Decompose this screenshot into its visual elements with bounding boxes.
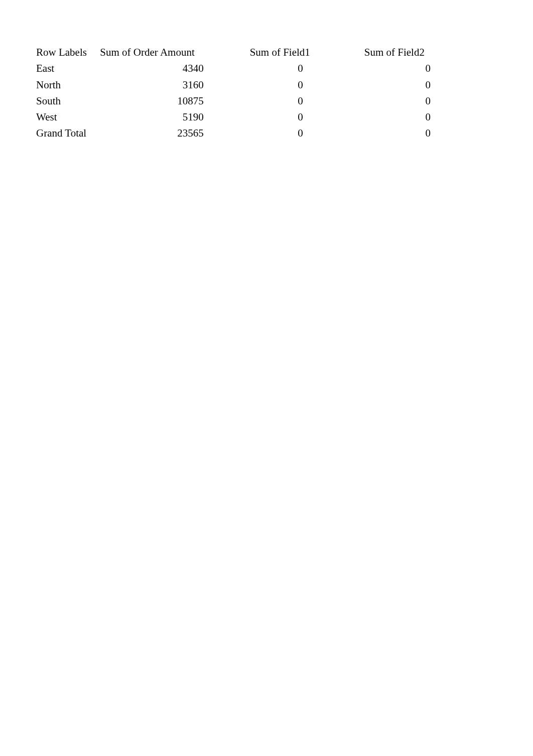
pivot-table: Row Labels Sum of Order Amount Sum of Fi…	[36, 44, 433, 142]
row-label: Grand Total	[36, 125, 100, 141]
cell-field2: 0	[358, 60, 433, 76]
cell-field2: 0	[358, 125, 433, 141]
cell-field2: 0	[358, 77, 433, 93]
cell-field1: 0	[244, 93, 358, 109]
table-row-grand-total: Grand Total 23565 0 0	[36, 125, 433, 141]
header-sum-field1: Sum of Field1	[244, 44, 358, 60]
table-row: South 10875 0 0	[36, 93, 433, 109]
pivot-header-row: Row Labels Sum of Order Amount Sum of Fi…	[36, 44, 433, 60]
header-sum-field2: Sum of Field2	[358, 44, 433, 60]
cell-amount: 10875	[100, 93, 243, 109]
cell-field2: 0	[358, 109, 433, 125]
cell-field1: 0	[244, 60, 358, 76]
cell-field2: 0	[358, 93, 433, 109]
document-sheet: Row Labels Sum of Order Amount Sum of Fi…	[0, 0, 533, 142]
cell-amount: 4340	[100, 60, 243, 76]
header-row-labels: Row Labels	[36, 44, 100, 60]
cell-field1: 0	[244, 77, 358, 93]
cell-field1: 0	[244, 109, 358, 125]
cell-amount: 5190	[100, 109, 243, 125]
table-row: North 3160 0 0	[36, 77, 433, 93]
table-row: West 5190 0 0	[36, 109, 433, 125]
header-sum-order-amount: Sum of Order Amount	[100, 44, 243, 60]
row-label: North	[36, 77, 100, 93]
row-label: West	[36, 109, 100, 125]
table-row: East 4340 0 0	[36, 60, 433, 76]
cell-field1: 0	[244, 125, 358, 141]
cell-amount: 3160	[100, 77, 243, 93]
row-label: East	[36, 60, 100, 76]
row-label: South	[36, 93, 100, 109]
cell-amount: 23565	[100, 125, 243, 141]
